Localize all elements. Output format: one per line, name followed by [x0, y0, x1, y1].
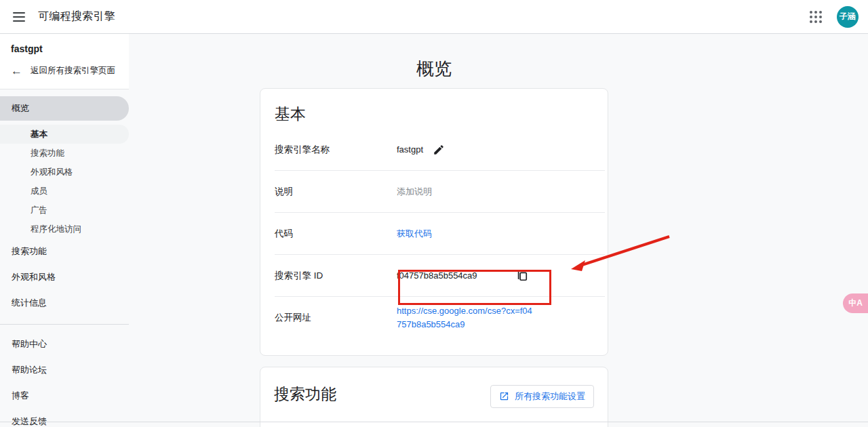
sidebar-item-help-forum[interactable]: 帮助论坛 [0, 357, 129, 383]
sidebar-header: fastgpt ← 返回所有搜索引擎页面 [0, 34, 129, 89]
avatar[interactable]: 子涵 [837, 6, 859, 28]
sidebar-item-help-center[interactable]: 帮助中心 [0, 331, 129, 357]
sidebar-item-search-features[interactable]: 搜索功能 [0, 239, 129, 264]
row-label: 公开网址 [275, 312, 397, 324]
row-label: 说明 [275, 186, 397, 198]
sidebar-item-blog[interactable]: 博客 [0, 383, 129, 409]
main-content: 概览 基本 搜索引擎名称 fastgpt 说明 添加说明 代码 获取代码 [129, 34, 868, 427]
back-arrow-icon: ← [11, 65, 22, 77]
basic-card-title: 基本 [275, 89, 605, 129]
top-app-bar: 可编程搜索引擎 子涵 [0, 0, 868, 34]
engine-name: fastgpt [11, 43, 118, 54]
row-label: 搜索引擎 ID [275, 270, 397, 282]
back-to-all-engines[interactable]: ← 返回所有搜索引擎页面 [11, 65, 118, 77]
sidebar-item-look-and-feel[interactable]: 外观和风格 [0, 264, 129, 290]
sidebar-nav: 概览 基本 搜索功能 外观和风格 成员 广告 程序化地访问 搜索功能 外观和风格… [0, 89, 129, 427]
description-placeholder[interactable]: 添加说明 [397, 186, 432, 198]
basic-card: 基本 搜索引擎名称 fastgpt 说明 添加说明 代码 获取代码 搜索引擎 I… [260, 88, 608, 356]
row-label: 搜索引擎名称 [275, 144, 397, 156]
google-apps-icon[interactable] [804, 5, 827, 28]
open-in-new-icon [499, 391, 509, 401]
sidebar-divider [0, 324, 129, 325]
edit-pencil-icon[interactable] [433, 144, 445, 156]
page-title: 概览 [260, 57, 608, 81]
sidebar: fastgpt ← 返回所有搜索引擎页面 概览 基本 搜索功能 外观和风格 成员… [0, 34, 129, 427]
hamburger-menu-icon[interactable] [5, 3, 33, 30]
get-code-link[interactable]: 获取代码 [397, 228, 432, 240]
translate-icon: 中A [848, 298, 863, 309]
sidebar-subitem-members[interactable]: 成员 [0, 182, 129, 201]
row-engine-name: 搜索引擎名称 fastgpt [275, 129, 605, 171]
sidebar-subitem-basic[interactable]: 基本 [0, 125, 129, 144]
sidebar-item-overview[interactable]: 概览 [0, 96, 129, 121]
sidebar-item-send-feedback[interactable]: 发送反馈 [0, 409, 129, 427]
copy-icon[interactable] [515, 269, 529, 283]
row-code: 代码 获取代码 [275, 213, 605, 255]
row-label: 代码 [275, 228, 397, 240]
translate-widget-button[interactable]: 中A [843, 293, 868, 313]
viewport-bottom-divider [0, 422, 868, 422]
sidebar-subitem-programmatic-access[interactable]: 程序化地访问 [0, 220, 129, 239]
row-description: 说明 添加说明 [275, 171, 605, 213]
search-features-card: 搜索功能 所有搜索功能设置 [260, 367, 608, 427]
sidebar-subitem-search-features[interactable]: 搜索功能 [0, 144, 129, 163]
engine-id-value: f04757b8a5b554ca9 [397, 270, 477, 281]
row-public-url: 公开网址 https://cse.google.com/cse?cx=f0475… [275, 297, 605, 339]
all-search-features-settings-button[interactable]: 所有搜索功能设置 [490, 385, 594, 408]
public-url-link[interactable]: https://cse.google.com/cse?cx=f04757b8a5… [397, 304, 536, 331]
sidebar-subitem-ads[interactable]: 广告 [0, 201, 129, 220]
sidebar-item-statistics[interactable]: 统计信息 [0, 290, 129, 316]
app-title: 可编程搜索引擎 [38, 9, 115, 24]
engine-name-value: fastgpt [397, 144, 423, 155]
search-card-title: 搜索功能 [274, 384, 336, 409]
row-engine-id: 搜索引擎 ID f04757b8a5b554ca9 [275, 255, 605, 297]
sidebar-subitem-look-and-feel[interactable]: 外观和风格 [0, 163, 129, 182]
settings-button-label: 所有搜索功能设置 [515, 390, 585, 403]
back-label: 返回所有搜索引擎页面 [31, 65, 115, 77]
